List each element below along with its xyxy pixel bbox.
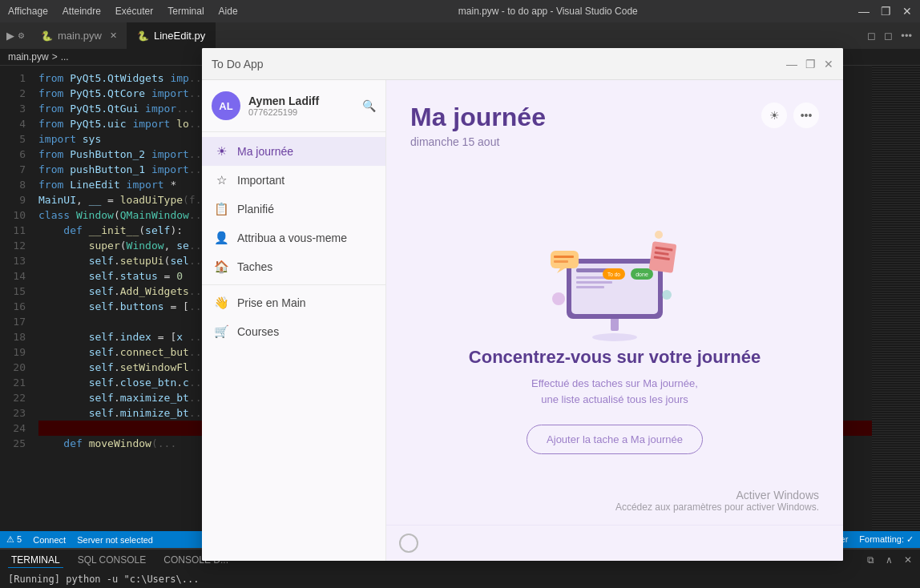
sun-icon: ☀ (213, 144, 229, 159)
header-actions[interactable]: ☀ ••• (761, 103, 819, 128)
task-circle-btn[interactable] (399, 534, 418, 553)
illustration-subtitle: Effectué des taches sur Ma journée,une l… (531, 376, 698, 407)
bottom-input-area (386, 525, 843, 561)
wave-icon: 👋 (213, 296, 229, 310)
tab-label-2: LineEdit.py (154, 30, 205, 42)
menu-terminal[interactable]: Terminal (167, 6, 204, 17)
nav-taches[interactable]: 🏠 Taches (202, 252, 385, 281)
run-icon[interactable]: ▶ (6, 30, 14, 42)
main-title-area: Ma journée dimanche 15 aout (410, 103, 546, 148)
user-info: Aymen Ladiff 0776225199 (248, 95, 354, 117)
app-maximize-btn[interactable]: ❐ (805, 58, 816, 70)
minimize-btn[interactable]: — (858, 5, 870, 18)
calendar-icon: 📋 (213, 202, 229, 216)
nav-label-important: Important (237, 174, 284, 187)
menu-aide[interactable]: Aide (219, 6, 238, 17)
split-editor-icon[interactable]: ◻ (867, 30, 876, 42)
more-actions-icon[interactable]: ••• (901, 30, 912, 42)
svg-rect-14 (554, 256, 574, 258)
home-icon: 🏠 (213, 260, 229, 274)
menu-bar[interactable]: Affichage Atteindre Exécuter Terminal Ai… (8, 6, 238, 17)
editor-actions[interactable]: ◻ ◻ ••• (859, 22, 920, 49)
menu-executer[interactable]: Exécuter (115, 6, 153, 17)
svg-point-20 (552, 292, 565, 305)
cart-icon: 🛒 (213, 324, 229, 339)
status-connect[interactable]: Connect (33, 535, 66, 545)
line-numbers: 12345 678910 1112131415 1617181920 21222… (0, 66, 32, 532)
app-window-controls[interactable]: — ❐ ✕ (786, 58, 833, 70)
svg-text:done: done (636, 272, 648, 277)
app-titlebar: To Do App — ❐ ✕ (202, 48, 843, 80)
add-task-button[interactable]: Ajouter la tache a Ma journée (527, 425, 703, 454)
user-section: AL Aymen Ladiff 0776225199 🔍 (202, 80, 385, 132)
task-input[interactable] (426, 537, 830, 550)
main-content: Ma journée dimanche 15 aout ☀ ••• (386, 80, 843, 561)
search-button[interactable]: 🔍 (362, 99, 376, 112)
app-close-btn[interactable]: ✕ (824, 58, 833, 70)
breadcrumb-more[interactable]: ... (61, 51, 69, 62)
nav-ma-journee[interactable]: ☀ Ma journée (202, 137, 385, 166)
editor-tabs: ▶ ⚙ 🐍 main.pyw ✕ 🐍 LineEdit.py ◻ ◻ ••• (0, 22, 920, 49)
main-header: Ma journée dimanche 15 aout ☀ ••• (386, 80, 843, 156)
svg-point-21 (662, 290, 672, 300)
nav-planifie[interactable]: 📋 Planifié (202, 195, 385, 224)
maximize-btn[interactable]: ❐ (881, 5, 891, 18)
svg-text:To do: To do (607, 272, 620, 277)
breadcrumb-file[interactable]: main.pyw (8, 51, 49, 62)
nav-label-taches: Taches (237, 260, 272, 273)
close-btn[interactable]: ✕ (902, 5, 912, 18)
star-icon: ☆ (213, 173, 229, 187)
tab-terminal[interactable]: TERMINAL (8, 553, 63, 568)
nav-attribue[interactable]: 👤 Attribua a vous-meme (202, 224, 385, 252)
sidebar: AL Aymen Ladiff 0776225199 🔍 ☀ Ma journé… (202, 80, 386, 561)
svg-rect-7 (576, 286, 604, 288)
tab-sql[interactable]: SQL CONSOLE (75, 553, 150, 567)
tab-main-pyw[interactable]: 🐍 main.pyw ✕ (31, 22, 127, 49)
nav-important[interactable]: ☆ Important (202, 166, 385, 195)
status-errors[interactable]: ⚠ 5 (6, 534, 22, 545)
app-body: AL Aymen Ladiff 0776225199 🔍 ☀ Ma journé… (202, 80, 843, 561)
minimap (872, 66, 920, 532)
svg-marker-13 (557, 268, 565, 273)
toggle-panel-icon[interactable]: ◻ (884, 30, 893, 42)
svg-rect-6 (576, 281, 612, 284)
user-avatar: AL (212, 91, 240, 120)
panel-up-icon[interactable]: ∧ (886, 554, 893, 566)
app-minimize-btn[interactable]: — (786, 58, 797, 70)
todo-app-window: To Do App — ❐ ✕ AL Aymen Ladiff 07762251… (202, 48, 843, 561)
terminal-output: [Running] python -u "c:\Users\... (0, 570, 920, 588)
main-title: Ma journée (410, 103, 546, 132)
panel-close-icon[interactable]: ✕ (904, 554, 912, 566)
user-name: Aymen Ladiff (248, 95, 354, 107)
status-formatting[interactable]: Formatting: ✓ (859, 534, 914, 545)
window-title: main.pyw - to do app - Visual Studio Cod… (238, 6, 858, 17)
svg-rect-12 (551, 251, 579, 268)
python-icon-2: 🐍 (137, 30, 149, 42)
activity-icons[interactable]: ▶ ⚙ (0, 22, 31, 49)
tab-label: main.pyw (58, 30, 102, 42)
nav-label-ma-journee: Ma journée (237, 145, 293, 158)
todo-illustration: done To do (543, 219, 687, 347)
user-phone: 0776225199 (248, 107, 354, 117)
menu-atteindre[interactable]: Atteindre (63, 6, 101, 17)
tab-spacer (216, 22, 859, 49)
status-server[interactable]: Server not selected (77, 535, 153, 545)
menu-affichage[interactable]: Affichage (8, 6, 48, 17)
nav-label-prise: Prise en Main (237, 296, 306, 309)
nav-section: ☀ Ma journée ☆ Important 📋 Planifié 👤 At… (202, 132, 385, 351)
svg-point-0 (592, 333, 637, 341)
nav-prise-en-main[interactable]: 👋 Prise en Main (202, 288, 385, 317)
window-controls[interactable]: — ❐ ✕ (858, 5, 912, 18)
nav-label-planifie: Planifié (237, 203, 274, 215)
breadcrumb-sep: > (52, 51, 58, 62)
main-date: dimanche 15 aout (410, 135, 546, 148)
nav-courses[interactable]: 🛒 Courses (202, 317, 385, 346)
close-tab-icon[interactable]: ✕ (110, 30, 117, 41)
more-options-button[interactable]: ••• (793, 103, 819, 128)
illustration-area: done To do (386, 156, 843, 525)
nav-label-courses: Courses (237, 325, 279, 338)
tab-lineedit[interactable]: 🐍 LineEdit.py (127, 22, 216, 49)
brightness-button[interactable]: ☀ (761, 103, 787, 128)
panel-copy-icon[interactable]: ⧉ (867, 554, 874, 566)
debug-icon[interactable]: ⚙ (18, 31, 25, 40)
